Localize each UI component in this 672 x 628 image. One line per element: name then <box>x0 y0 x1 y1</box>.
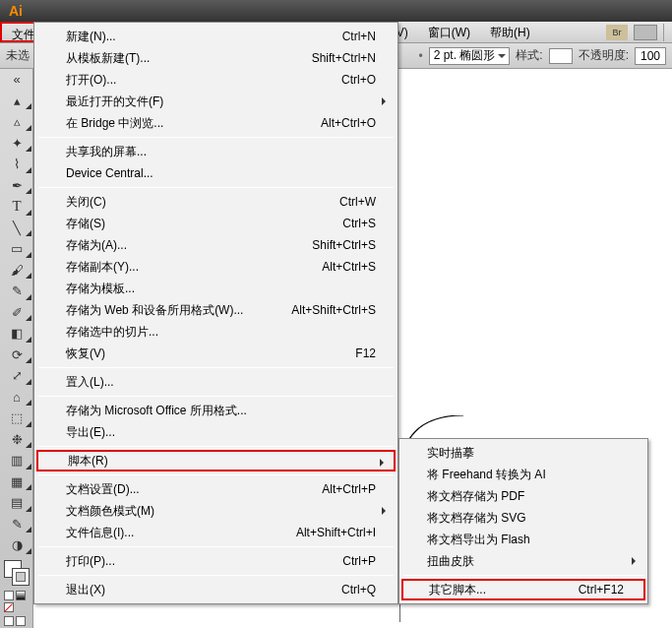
color-mode-buttons[interactable] <box>0 589 32 614</box>
gradient-tool[interactable]: ▤ <box>0 492 33 514</box>
eraser-tool[interactable]: ◧ <box>0 323 33 345</box>
line-tool[interactable]: ╲ <box>0 218 33 239</box>
menu-item[interactable]: 存储为(A)...Shift+Ctrl+S <box>36 234 396 256</box>
menu-item[interactable]: 文件信息(I)...Alt+Shift+Ctrl+I <box>36 522 396 543</box>
rotate-tool[interactable]: ⟳ <box>0 345 33 366</box>
menu-item-shortcut: Alt+Ctrl+P <box>322 482 376 496</box>
menu-item[interactable]: 置入(L)... <box>36 371 396 393</box>
menu-item[interactable]: 关闭(C)Ctrl+W <box>36 191 396 213</box>
menu-item[interactable]: 导出(E)... <box>36 421 396 443</box>
menu-item[interactable]: 存储为 Microsoft Office 所用格式... <box>36 400 396 421</box>
submenu-item[interactable]: 扭曲皮肤 <box>401 550 645 572</box>
submenu-item[interactable]: 将文档导出为 Flash <box>401 529 645 550</box>
menu-separator <box>38 367 394 368</box>
color-swatches[interactable] <box>0 560 33 589</box>
symbol-sprayer-tool[interactable]: ❉ <box>0 429 33 451</box>
menu-item[interactable]: 最近打开的文件(F) <box>36 91 396 112</box>
pencil-tool[interactable]: ✎ <box>0 281 33 302</box>
menu-item-label: 共享我的屏幕... <box>66 144 147 160</box>
free-transform-tool[interactable]: ⬚ <box>0 408 33 429</box>
menu-item-label: 文件信息(I)... <box>66 525 134 541</box>
menu-item[interactable]: 窗口(W) <box>418 22 480 42</box>
menu-item[interactable]: 文档设置(D)...Alt+Ctrl+P <box>36 478 396 500</box>
submenu-item-label: 扭曲皮肤 <box>427 553 474 570</box>
menu-item[interactable]: 在 Bridge 中浏览...Alt+Ctrl+O <box>36 112 396 134</box>
menu-item-label: 置入(L)... <box>66 374 114 391</box>
submenu-arrow-icon <box>382 507 390 515</box>
menu-separator <box>403 575 643 576</box>
menu-item[interactable]: 打开(O)...Ctrl+O <box>36 69 396 91</box>
menu-separator <box>38 396 394 397</box>
menu-item[interactable]: Device Central... <box>36 162 396 184</box>
paintbrush-tool[interactable]: 🖌 <box>0 260 33 282</box>
menu-item[interactable]: 退出(X)Ctrl+Q <box>36 579 396 600</box>
menu-item[interactable]: 存储副本(Y)...Alt+Ctrl+S <box>36 256 396 278</box>
stroke-profile-dropdown[interactable]: 2 pt. 椭圆形 <box>429 47 511 65</box>
menu-item-label: 存储为(A)... <box>66 237 127 254</box>
app-logo: Ai <box>0 0 31 22</box>
menu-item[interactable]: 打印(P)...Ctrl+P <box>36 550 396 572</box>
arrange-icon[interactable] <box>634 25 657 40</box>
eyedropper-tool[interactable]: ✎ <box>0 514 33 535</box>
magic-wand-tool[interactable]: ✦ <box>0 133 33 155</box>
menu-item[interactable]: 共享我的屏幕... <box>36 141 396 162</box>
submenu-item[interactable]: 将文档存储为 PDF <box>401 485 645 507</box>
style-swatch[interactable] <box>549 48 573 64</box>
menu-item-label: 在 Bridge 中浏览... <box>66 115 163 132</box>
menu-item-shortcut: Alt+Shift+Ctrl+S <box>291 303 376 317</box>
menu-item-shortcut: Alt+Ctrl+O <box>321 116 376 130</box>
pen-tool[interactable]: ✒ <box>0 175 33 197</box>
selection-tool[interactable]: ▴ <box>0 91 33 112</box>
blob-brush-tool[interactable]: ✐ <box>0 302 33 324</box>
menu-item-label: 导出(E)... <box>66 424 115 441</box>
menu-item[interactable]: 恢复(V)F12 <box>36 343 396 364</box>
menu-item[interactable]: 新建(N)...Ctrl+N <box>36 26 396 47</box>
submenu-arrow-icon <box>632 557 640 565</box>
menu-separator <box>38 474 394 475</box>
bridge-badge[interactable]: Br <box>606 25 628 40</box>
menu-item-label: 打开(O)... <box>66 72 116 89</box>
screen-mode-buttons[interactable] <box>0 614 32 628</box>
options-prefix: 未选 <box>6 47 30 64</box>
menu-item[interactable]: 脚本(R) <box>36 450 396 471</box>
menu-item[interactable]: 从模板新建(T)...Shift+Ctrl+N <box>36 47 396 69</box>
blend-tool[interactable]: ◑ <box>0 534 33 556</box>
menu-item-shortcut: Ctrl+Q <box>341 583 376 597</box>
collapse-icon[interactable]: « <box>0 69 33 91</box>
menu-separator <box>38 446 394 447</box>
menu-item[interactable]: 存储为模板... <box>36 278 396 299</box>
menu-item[interactable]: 文档颜色模式(M) <box>36 500 396 522</box>
warp-tool[interactable]: ⌂ <box>0 387 33 408</box>
menu-item-label: 最近打开的文件(F) <box>66 94 163 110</box>
lasso-tool[interactable]: ⌇ <box>0 154 33 175</box>
tools-panel: « ▴ ▵ ✦ ⌇ ✒ T ╲ ▭ 🖌 ✎ ✐ ◧ ⟳ ⤢ ⌂ ⬚ ❉ ▥ ▦ … <box>0 69 33 628</box>
graph-tool[interactable]: ▥ <box>0 450 33 471</box>
menu-item-label: 存储选中的切片... <box>66 324 158 341</box>
menu-item-label: 文档设置(D)... <box>66 481 140 498</box>
menu-item-label: 从模板新建(T)... <box>66 50 150 67</box>
menu-item-label: Device Central... <box>66 166 153 180</box>
menu-item[interactable]: 存储为 Web 和设备所用格式(W)...Alt+Shift+Ctrl+S <box>36 299 396 321</box>
menu-bar-right: Br <box>606 22 672 42</box>
submenu-item[interactable]: 实时描摹 <box>401 442 645 464</box>
opacity-label[interactable]: 不透明度: <box>579 47 629 64</box>
submenu-item[interactable]: 将 Freehand 转换为 AI <box>401 464 645 485</box>
rectangle-tool[interactable]: ▭ <box>0 238 33 260</box>
scale-tool[interactable]: ⤢ <box>0 365 33 387</box>
menu-item[interactable]: 存储(S)Ctrl+S <box>36 213 396 234</box>
opacity-input[interactable]: 100 <box>635 47 666 65</box>
stroke-swatch[interactable] <box>12 568 30 586</box>
menu-item[interactable]: 帮助(H) <box>480 22 540 42</box>
menu-item-label: 存储(S) <box>66 216 105 232</box>
submenu-item-shortcut: Ctrl+F12 <box>579 583 624 597</box>
menu-item[interactable]: 存储选中的切片... <box>36 321 396 343</box>
title-bar: Ai <box>0 0 672 22</box>
direct-selection-tool[interactable]: ▵ <box>0 111 33 133</box>
type-tool[interactable]: T <box>0 196 33 218</box>
menu-item-shortcut: Alt+Ctrl+S <box>322 260 376 274</box>
submenu-item[interactable]: 将文档存储为 SVG <box>401 507 645 529</box>
scripts-submenu: 实时描摹将 Freehand 转换为 AI将文档存储为 PDF将文档存储为 SV… <box>398 438 648 604</box>
mesh-tool[interactable]: ▦ <box>0 471 33 493</box>
menu-separator <box>38 187 394 188</box>
submenu-item[interactable]: 其它脚本...Ctrl+F12 <box>401 579 645 600</box>
